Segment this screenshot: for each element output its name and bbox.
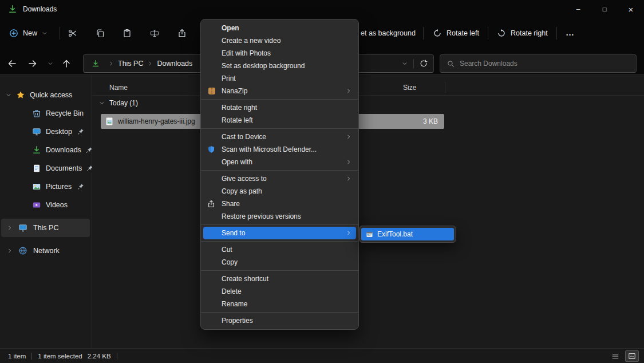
maximize-button[interactable]: □ xyxy=(591,0,618,18)
menu-item-create-a-new-video[interactable]: Create a new video xyxy=(201,34,358,47)
menu-item-label: NanaZip xyxy=(222,87,247,95)
menu-separator xyxy=(201,170,358,171)
sidebar-item-label: Documents xyxy=(46,164,82,172)
new-button-label: New xyxy=(23,29,37,37)
view-switcher xyxy=(609,350,639,362)
forward-button[interactable] xyxy=(28,59,37,68)
address-dropdown-button[interactable] xyxy=(402,61,408,66)
back-button[interactable] xyxy=(7,59,17,68)
rotate-left-button[interactable]: Rotate left xyxy=(433,29,479,38)
sidebar-item-quick-access[interactable]: Quick access xyxy=(0,86,91,104)
group-header-today[interactable]: Today (1) xyxy=(99,99,138,107)
search-input[interactable] xyxy=(460,60,629,68)
sidebar-item-label: Network xyxy=(33,247,60,255)
new-icon xyxy=(9,29,18,38)
menu-item-cut[interactable]: Cut xyxy=(201,243,358,256)
file-size: 3 KB xyxy=(423,117,438,125)
new-button[interactable]: New xyxy=(9,29,48,38)
more-options-button[interactable]: … xyxy=(566,27,575,37)
rotate-right-button[interactable]: Rotate right xyxy=(497,29,548,38)
thumbnail-view-button[interactable] xyxy=(625,350,639,362)
exiftool-icon xyxy=(366,231,373,238)
copy-button[interactable] xyxy=(96,29,105,38)
menu-item-label: Give access to xyxy=(222,175,267,183)
menu-item-print[interactable]: Print xyxy=(201,72,358,85)
menu-item-copy-as-path[interactable]: Copy as path xyxy=(201,185,358,198)
sidebar-item-recycle-bin[interactable]: Recycle Bin xyxy=(0,104,91,123)
sidebar-item-label: This PC xyxy=(33,224,58,232)
breadcrumb-this-pc[interactable]: This PC xyxy=(118,60,143,68)
recycle-bin-icon xyxy=(32,109,41,118)
close-button[interactable]: × xyxy=(618,0,644,18)
arrow-left-icon xyxy=(7,59,17,68)
submenu-arrow-icon xyxy=(346,159,351,165)
address-bar-controls xyxy=(402,59,428,68)
submenu-item-exiftool[interactable]: ExifTool.bat xyxy=(361,228,454,240)
column-headers: Name Size xyxy=(92,80,644,96)
menu-separator xyxy=(201,99,358,100)
window-title: Downloads xyxy=(23,5,57,13)
menu-item-open-with[interactable]: Open with xyxy=(201,156,358,168)
paste-button[interactable] xyxy=(123,29,132,38)
rotate-left-label: Rotate left xyxy=(447,29,479,37)
sidebar-item-label: Pictures xyxy=(46,183,72,191)
menu-item-label: Create shortcut xyxy=(222,275,268,283)
menu-item-share[interactable]: Share xyxy=(201,198,358,210)
details-view-button[interactable] xyxy=(609,350,622,362)
menu-item-edit-with-photos[interactable]: Edit with Photos xyxy=(201,47,358,60)
status-divider xyxy=(31,353,32,360)
breadcrumb-downloads[interactable]: Downloads xyxy=(157,60,192,68)
chevron-down-icon xyxy=(42,30,48,36)
sidebar-item-this-pc[interactable]: This PC xyxy=(1,219,90,237)
menu-item-restore-previous-versions[interactable]: Restore previous versions xyxy=(201,210,358,223)
set-as-background-button[interactable]: et as background xyxy=(361,29,416,37)
menu-item-properties[interactable]: Properties xyxy=(201,314,358,327)
item-count: 1 item xyxy=(8,353,26,360)
menu-item-label: Copy as path xyxy=(222,187,262,195)
submenu-arrow-icon xyxy=(346,134,351,140)
rename-button[interactable] xyxy=(150,29,159,38)
pin-icon xyxy=(77,128,84,135)
sidebar-item-desktop[interactable]: Desktop xyxy=(0,123,91,141)
file-name: william-henry-gates-iii.jpg xyxy=(118,117,195,125)
minimize-button[interactable]: – xyxy=(565,0,591,18)
menu-item-rename[interactable]: Rename xyxy=(201,298,358,310)
cut-button[interactable] xyxy=(68,29,77,38)
menu-item-rotate-right[interactable]: Rotate right xyxy=(201,101,358,114)
submenu-item-label: ExifTool.bat xyxy=(377,230,413,238)
sidebar-item-pictures[interactable]: Pictures xyxy=(0,177,91,196)
recent-locations-button[interactable] xyxy=(48,61,53,66)
menu-item-send-to[interactable]: Send to xyxy=(203,227,356,239)
toolbar-divider xyxy=(60,27,60,40)
search-box[interactable] xyxy=(440,54,637,73)
menu-item-cast-to-device[interactable]: Cast to Device xyxy=(201,131,358,143)
column-header-name[interactable]: Name xyxy=(109,84,128,92)
menu-item-delete[interactable]: Delete xyxy=(201,285,358,298)
menu-item-label: Set as desktop background xyxy=(222,62,305,70)
menu-item-open[interactable]: Open xyxy=(201,22,358,34)
status-bar: 1 item 1 item selected 2.24 KB xyxy=(0,348,644,363)
refresh-button[interactable] xyxy=(420,60,428,68)
menu-item-give-access-to[interactable]: Give access to xyxy=(201,172,358,185)
menu-item-label: Restore previous versions xyxy=(222,212,301,220)
share-button[interactable] xyxy=(177,29,187,38)
defender-shield-icon xyxy=(207,145,215,153)
menu-item-create-shortcut[interactable]: Create shortcut xyxy=(201,273,358,285)
menu-item-label: Delete xyxy=(222,287,242,295)
up-button[interactable] xyxy=(62,59,71,68)
column-divider[interactable] xyxy=(445,82,445,93)
menu-item-set-as-desktop-background[interactable]: Set as desktop background xyxy=(201,60,358,72)
menu-item-copy[interactable]: Copy xyxy=(201,256,358,269)
star-icon xyxy=(16,90,25,100)
column-header-size[interactable]: Size xyxy=(403,84,416,92)
sidebar-item-videos[interactable]: Videos xyxy=(0,196,91,214)
desktop-icon xyxy=(32,127,41,136)
menu-item-nanazip[interactable]: NanaZip xyxy=(201,85,358,97)
arrow-up-icon xyxy=(62,59,71,68)
sidebar-item-network[interactable]: Network xyxy=(0,242,91,260)
paste-icon xyxy=(123,29,132,38)
sidebar-item-documents[interactable]: Documents xyxy=(0,159,91,177)
menu-item-rotate-left[interactable]: Rotate left xyxy=(201,114,358,127)
menu-item-scan-with-microsoft-defender[interactable]: Scan with Microsoft Defender... xyxy=(201,143,358,156)
sidebar-item-downloads[interactable]: Downloads xyxy=(0,141,91,159)
